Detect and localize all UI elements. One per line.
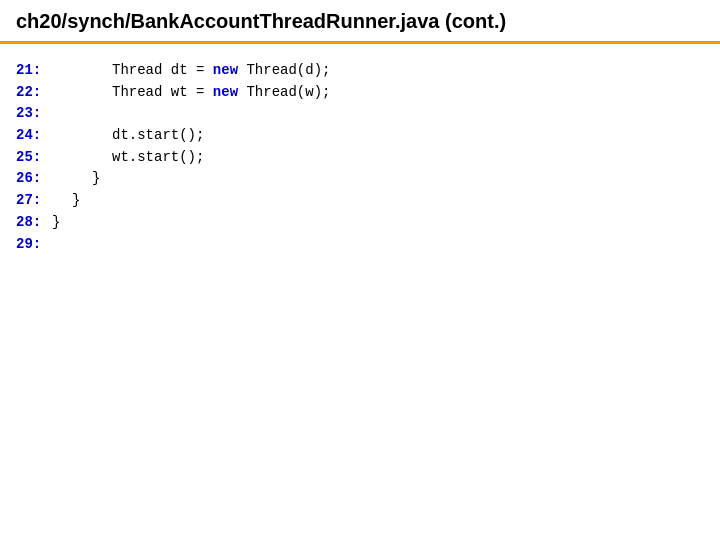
line-content: } xyxy=(92,168,100,190)
line-number: 25: xyxy=(16,147,52,169)
line-number: 29: xyxy=(16,234,52,256)
code-line: 21:Thread dt = new Thread(d); xyxy=(16,60,720,82)
line-content: Thread dt = new Thread(d); xyxy=(112,60,330,82)
code-line: 29: xyxy=(16,234,720,256)
code-line: 24:dt.start(); xyxy=(16,125,720,147)
line-content: } xyxy=(72,190,80,212)
code-line: 23: xyxy=(16,103,720,125)
keyword: new xyxy=(213,62,238,78)
code-line: 27:} xyxy=(16,190,720,212)
keyword: new xyxy=(213,84,238,100)
code-line: 26:} xyxy=(16,168,720,190)
code-line: 28:} xyxy=(16,212,720,234)
line-number: 27: xyxy=(16,190,52,212)
line-number: 22: xyxy=(16,82,52,104)
line-number: 26: xyxy=(16,168,52,190)
code-line: 22:Thread wt = new Thread(w); xyxy=(16,82,720,104)
line-content: } xyxy=(52,212,60,234)
code-block: 21:Thread dt = new Thread(d);22:Thread w… xyxy=(0,44,720,255)
line-number: 21: xyxy=(16,60,52,82)
slide-header: ch20/synch/BankAccountThreadRunner.java … xyxy=(0,0,720,44)
line-content: Thread wt = new Thread(w); xyxy=(112,82,330,104)
line-number: 23: xyxy=(16,103,52,125)
code-line: 25:wt.start(); xyxy=(16,147,720,169)
line-number: 24: xyxy=(16,125,52,147)
slide-title: ch20/synch/BankAccountThreadRunner.java … xyxy=(16,10,704,33)
line-content: wt.start(); xyxy=(112,147,204,169)
line-content: dt.start(); xyxy=(112,125,204,147)
line-number: 28: xyxy=(16,212,52,234)
